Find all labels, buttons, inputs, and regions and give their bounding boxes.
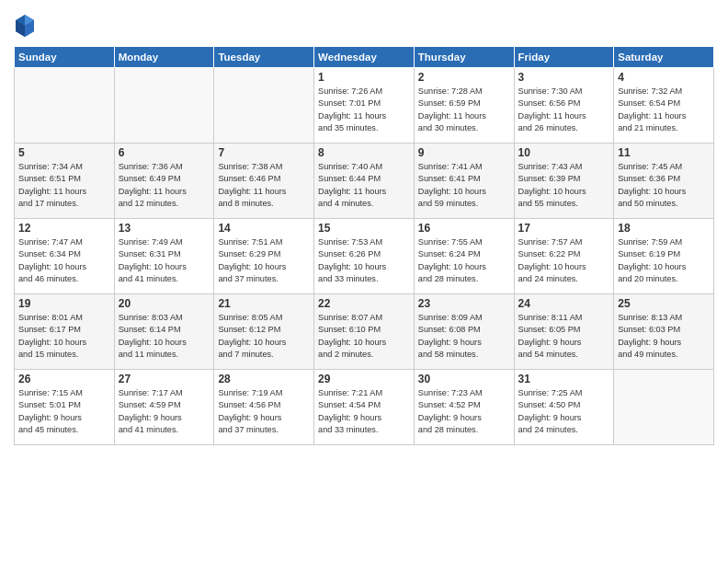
calendar-header-row: SundayMondayTuesdayWednesdayThursdayFrid…	[15, 47, 714, 68]
day-number: 15	[318, 222, 410, 235]
day-number: 13	[119, 222, 210, 235]
day-info: Sunrise: 7:47 AM Sunset: 6:34 PM Dayligh…	[18, 236, 110, 285]
calendar-table: SundayMondayTuesdayWednesdayThursdayFrid…	[14, 46, 714, 445]
calendar-cell: 27Sunrise: 7:17 AM Sunset: 4:59 PM Dayli…	[114, 370, 214, 445]
day-number: 28	[218, 373, 310, 385]
day-number: 9	[418, 146, 510, 159]
day-of-week-header: Wednesday	[314, 47, 415, 68]
day-number: 6	[119, 146, 210, 159]
day-info: Sunrise: 8:13 AM Sunset: 6:03 PM Dayligh…	[618, 312, 710, 361]
day-number: 25	[618, 297, 710, 310]
calendar-week-row: 19Sunrise: 8:01 AM Sunset: 6:17 PM Dayli…	[15, 294, 714, 370]
day-of-week-header: Monday	[114, 47, 214, 68]
calendar-cell: 15Sunrise: 7:53 AM Sunset: 6:26 PM Dayli…	[314, 219, 415, 294]
calendar-cell: 8Sunrise: 7:40 AM Sunset: 6:44 PM Daylig…	[314, 144, 415, 219]
day-info: Sunrise: 7:36 AM Sunset: 6:49 PM Dayligh…	[119, 161, 210, 210]
day-info: Sunrise: 8:11 AM Sunset: 6:05 PM Dayligh…	[518, 312, 610, 361]
calendar-cell: 25Sunrise: 8:13 AM Sunset: 6:03 PM Dayli…	[614, 294, 714, 370]
day-number: 10	[518, 146, 610, 159]
calendar-cell: 12Sunrise: 7:47 AM Sunset: 6:34 PM Dayli…	[15, 219, 115, 294]
day-info: Sunrise: 7:38 AM Sunset: 6:46 PM Dayligh…	[218, 161, 310, 210]
calendar-week-row: 5Sunrise: 7:34 AM Sunset: 6:51 PM Daylig…	[15, 144, 714, 219]
calendar-cell: 26Sunrise: 7:15 AM Sunset: 5:01 PM Dayli…	[15, 370, 115, 445]
day-info: Sunrise: 7:28 AM Sunset: 6:59 PM Dayligh…	[418, 86, 510, 134]
day-number: 20	[119, 297, 210, 310]
day-info: Sunrise: 7:26 AM Sunset: 7:01 PM Dayligh…	[318, 86, 410, 134]
calendar-cell: 19Sunrise: 8:01 AM Sunset: 6:17 PM Dayli…	[15, 294, 115, 370]
day-info: Sunrise: 8:03 AM Sunset: 6:14 PM Dayligh…	[119, 312, 210, 361]
day-info: Sunrise: 8:01 AM Sunset: 6:17 PM Dayligh…	[18, 312, 110, 361]
day-info: Sunrise: 7:51 AM Sunset: 6:29 PM Dayligh…	[218, 236, 310, 285]
calendar-cell: 10Sunrise: 7:43 AM Sunset: 6:39 PM Dayli…	[514, 144, 614, 219]
day-number: 22	[318, 297, 410, 310]
day-info: Sunrise: 8:07 AM Sunset: 6:10 PM Dayligh…	[318, 312, 410, 361]
day-info: Sunrise: 7:21 AM Sunset: 4:54 PM Dayligh…	[318, 387, 410, 436]
day-number: 8	[318, 146, 410, 159]
day-info: Sunrise: 7:32 AM Sunset: 6:54 PM Dayligh…	[618, 86, 710, 134]
day-info: Sunrise: 8:05 AM Sunset: 6:12 PM Dayligh…	[218, 312, 310, 361]
calendar-cell: 2Sunrise: 7:28 AM Sunset: 6:59 PM Daylig…	[414, 68, 514, 144]
day-number: 30	[418, 373, 510, 385]
calendar-cell: 24Sunrise: 8:11 AM Sunset: 6:05 PM Dayli…	[514, 294, 614, 370]
calendar-cell: 16Sunrise: 7:55 AM Sunset: 6:24 PM Dayli…	[414, 219, 514, 294]
day-info: Sunrise: 7:30 AM Sunset: 6:56 PM Dayligh…	[518, 86, 610, 134]
day-number: 27	[119, 373, 210, 385]
calendar-cell: 18Sunrise: 7:59 AM Sunset: 6:19 PM Dayli…	[614, 219, 714, 294]
calendar-cell: 22Sunrise: 8:07 AM Sunset: 6:10 PM Dayli…	[314, 294, 415, 370]
calendar-cell	[614, 370, 714, 445]
day-info: Sunrise: 7:40 AM Sunset: 6:44 PM Dayligh…	[318, 161, 410, 210]
day-number: 5	[18, 146, 110, 159]
day-number: 19	[18, 297, 110, 310]
calendar-cell: 20Sunrise: 8:03 AM Sunset: 6:14 PM Dayli…	[114, 294, 214, 370]
day-of-week-header: Friday	[514, 47, 614, 68]
day-of-week-header: Thursday	[414, 47, 514, 68]
day-number: 18	[618, 222, 710, 235]
day-number: 4	[618, 71, 710, 84]
calendar-week-row: 1Sunrise: 7:26 AM Sunset: 7:01 PM Daylig…	[15, 68, 714, 144]
day-info: Sunrise: 7:41 AM Sunset: 6:41 PM Dayligh…	[418, 161, 510, 210]
day-number: 12	[18, 222, 110, 235]
calendar-cell	[114, 68, 214, 144]
calendar-cell	[15, 68, 115, 144]
day-number: 24	[518, 297, 610, 310]
calendar-container: SundayMondayTuesdayWednesdayThursdayFrid…	[0, 0, 728, 563]
calendar-cell: 5Sunrise: 7:34 AM Sunset: 6:51 PM Daylig…	[15, 144, 115, 219]
logo-icon	[14, 13, 36, 39]
day-number: 31	[518, 373, 610, 385]
day-number: 11	[618, 146, 710, 159]
calendar-cell: 28Sunrise: 7:19 AM Sunset: 4:56 PM Dayli…	[214, 370, 314, 445]
day-info: Sunrise: 7:43 AM Sunset: 6:39 PM Dayligh…	[518, 161, 610, 210]
day-number: 21	[218, 297, 310, 310]
day-info: Sunrise: 7:53 AM Sunset: 6:26 PM Dayligh…	[318, 236, 410, 285]
day-number: 3	[518, 71, 610, 84]
day-of-week-header: Tuesday	[214, 47, 314, 68]
calendar-cell: 17Sunrise: 7:57 AM Sunset: 6:22 PM Dayli…	[514, 219, 614, 294]
day-info: Sunrise: 7:55 AM Sunset: 6:24 PM Dayligh…	[418, 236, 510, 285]
day-info: Sunrise: 7:25 AM Sunset: 4:50 PM Dayligh…	[518, 387, 610, 436]
calendar-cell: 14Sunrise: 7:51 AM Sunset: 6:29 PM Dayli…	[214, 219, 314, 294]
calendar-cell: 3Sunrise: 7:30 AM Sunset: 6:56 PM Daylig…	[514, 68, 614, 144]
calendar-cell: 13Sunrise: 7:49 AM Sunset: 6:31 PM Dayli…	[114, 219, 214, 294]
calendar-cell: 9Sunrise: 7:41 AM Sunset: 6:41 PM Daylig…	[414, 144, 514, 219]
day-info: Sunrise: 7:57 AM Sunset: 6:22 PM Dayligh…	[518, 236, 610, 285]
calendar-cell: 29Sunrise: 7:21 AM Sunset: 4:54 PM Dayli…	[314, 370, 415, 445]
day-info: Sunrise: 7:45 AM Sunset: 6:36 PM Dayligh…	[618, 161, 710, 210]
day-info: Sunrise: 7:59 AM Sunset: 6:19 PM Dayligh…	[618, 236, 710, 285]
day-info: Sunrise: 8:09 AM Sunset: 6:08 PM Dayligh…	[418, 312, 510, 361]
day-number: 29	[318, 373, 410, 385]
calendar-cell: 1Sunrise: 7:26 AM Sunset: 7:01 PM Daylig…	[314, 68, 415, 144]
day-info: Sunrise: 7:34 AM Sunset: 6:51 PM Dayligh…	[18, 161, 110, 210]
day-of-week-header: Sunday	[15, 47, 115, 68]
calendar-cell: 11Sunrise: 7:45 AM Sunset: 6:36 PM Dayli…	[614, 144, 714, 219]
day-number: 26	[18, 373, 110, 385]
calendar-week-row: 26Sunrise: 7:15 AM Sunset: 5:01 PM Dayli…	[15, 370, 714, 445]
calendar-cell: 21Sunrise: 8:05 AM Sunset: 6:12 PM Dayli…	[214, 294, 314, 370]
calendar-cell	[214, 68, 314, 144]
day-number: 14	[218, 222, 310, 235]
day-number: 2	[418, 71, 510, 84]
calendar-cell: 31Sunrise: 7:25 AM Sunset: 4:50 PM Dayli…	[514, 370, 614, 445]
header	[14, 9, 714, 39]
calendar-cell: 30Sunrise: 7:23 AM Sunset: 4:52 PM Dayli…	[414, 370, 514, 445]
day-info: Sunrise: 7:23 AM Sunset: 4:52 PM Dayligh…	[418, 387, 510, 436]
logo	[14, 13, 40, 39]
